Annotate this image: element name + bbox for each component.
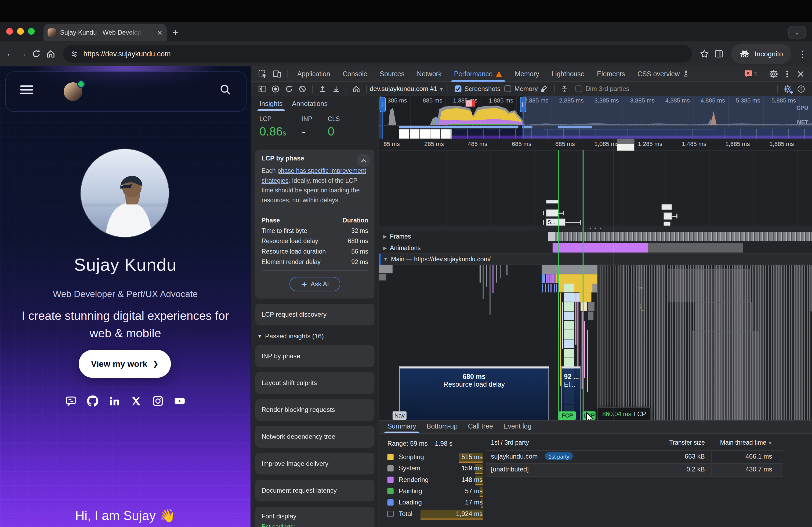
linkedin-icon[interactable] — [109, 395, 120, 407]
github-icon[interactable] — [87, 395, 98, 407]
animation-bar-gray[interactable] — [648, 243, 743, 253]
tab-annotations[interactable]: Annotations — [292, 100, 327, 111]
tab-network[interactable]: Network — [410, 66, 448, 81]
home-icon[interactable] — [46, 49, 56, 59]
profile-selector[interactable]: dev.sujaykundu.com #1 ▼ — [370, 85, 444, 92]
selection-handle-left[interactable]: ∥ — [380, 97, 386, 112]
reading-list-icon[interactable] — [714, 49, 724, 59]
close-window-button[interactable] — [6, 28, 13, 35]
devtools-close-icon[interactable] — [796, 69, 805, 78]
inp-value[interactable]: - — [302, 125, 312, 139]
help-icon[interactable]: ? — [797, 85, 805, 93]
menu-icon[interactable] — [20, 84, 33, 96]
passed-insights-header[interactable]: ▼Passed insights (16) — [258, 333, 379, 340]
upload-profile-icon[interactable] — [318, 85, 327, 93]
zoom-window-button[interactable] — [28, 28, 35, 35]
minimize-window-button[interactable] — [17, 28, 24, 35]
memory-checkbox[interactable] — [505, 85, 511, 92]
record-reload-icon[interactable] — [285, 85, 293, 93]
youtube-icon[interactable] — [174, 395, 185, 407]
download-profile-icon[interactable] — [332, 85, 340, 93]
tab-performance[interactable]: Performance — [448, 66, 509, 81]
insight-font-display[interactable]: Font displayEst savings: – — [255, 507, 375, 527]
screenshots-checkbox[interactable] — [454, 85, 461, 92]
network-request[interactable] — [546, 200, 559, 204]
clear-icon[interactable] — [298, 85, 307, 93]
insight-render-blocking-requests[interactable]: Render blocking requests — [255, 399, 375, 421]
browser-menu-icon[interactable]: ⋮ — [796, 48, 809, 59]
network-request[interactable] — [546, 209, 559, 217]
toggle-sidebar-icon[interactable] — [258, 85, 266, 93]
network-request[interactable]: 5... — [546, 219, 566, 226]
reload-icon[interactable] — [32, 49, 41, 59]
record-icon[interactable] — [272, 85, 280, 93]
tab-search-button[interactable]: ⌄ — [788, 26, 806, 39]
main-thread-track-header[interactable]: ▼Main — https://dev.sujaykundu.com/ — [379, 254, 812, 265]
address-bar[interactable]: https://dev.sujaykundu.com — [63, 45, 692, 63]
transfer-header[interactable]: Transfer size — [632, 439, 705, 446]
search-icon[interactable] — [219, 84, 231, 96]
insight-network-dependency-tree[interactable]: Network dependency tree — [255, 426, 375, 448]
site-settings-icon[interactable] — [70, 50, 78, 58]
insight-improve-image-delivery[interactable]: Improve image delivery — [255, 453, 375, 475]
dim-3rd-parties-label[interactable]: Dim 3rd parties — [585, 85, 629, 92]
device-toolbar-icon[interactable] — [272, 69, 282, 78]
lcp-value[interactable]: 0.86s — [259, 125, 286, 139]
tab-summary[interactable]: Summary — [384, 422, 419, 433]
tab-sources[interactable]: Sources — [374, 66, 410, 81]
console-error-icon[interactable] — [744, 70, 752, 77]
inspect-element-icon[interactable] — [258, 69, 267, 78]
tab-call-tree[interactable]: Call tree — [465, 422, 496, 433]
lcp-by-phase-card[interactable]: LCP by phase Each phase has specific imp… — [255, 149, 375, 298]
devtools-menu-icon[interactable] — [784, 69, 791, 78]
insight-inp-by-phase[interactable]: INP by phase — [255, 345, 375, 367]
tab-css-overview[interactable]: CSS overview — [631, 66, 695, 81]
tab-lighthouse[interactable]: Lighthouse — [545, 66, 591, 81]
tab-application[interactable]: Application — [291, 66, 336, 81]
main-thread-header[interactable]: Main thread time ▼ — [705, 439, 772, 446]
party-header[interactable]: 1st / 3rd party — [491, 439, 529, 446]
tab-elements[interactable]: Elements — [591, 66, 631, 81]
timeline-tracks[interactable]: 5... 4... I... 8... • • • ▶Frames — [379, 150, 812, 420]
forward-icon[interactable]: → — [17, 48, 29, 59]
insight-layout-shift-culprits[interactable]: Layout shift culprits — [255, 372, 375, 394]
insight-lcp-request-discovery[interactable]: LCP request discovery — [255, 304, 375, 326]
bookmark-star-icon[interactable] — [700, 49, 709, 59]
collapse-tracks-icon[interactable] — [561, 85, 569, 93]
selection-handle-right[interactable]: ∥ — [520, 97, 526, 112]
browser-tab[interactable]: Sujay Kundu - Web Developer ✕ — [44, 24, 167, 42]
tab-close-icon[interactable]: ✕ — [157, 29, 163, 36]
tab-console[interactable]: Console — [336, 66, 374, 81]
timeline-ruler[interactable]: 85 ms 285 ms 485 ms 685 ms 885 ms 1,085 … — [379, 139, 812, 151]
new-tab-button[interactable]: + — [172, 27, 178, 37]
network-request[interactable] — [664, 212, 672, 220]
view-work-button[interactable]: View my work❯ — [79, 350, 171, 378]
chat-icon[interactable] — [65, 395, 76, 407]
timeline-overview[interactable]: 385 ms 885 ms 1,385 ms 1,885 ms 2,385 ms… — [379, 96, 812, 139]
tab-bottom-up[interactable]: Bottom-up — [423, 422, 461, 433]
nav-marker[interactable]: Nav — [393, 411, 407, 420]
tab-memory[interactable]: Memory — [509, 66, 545, 81]
x-twitter-icon[interactable] — [130, 395, 142, 407]
party-row[interactable]: [unattributed] 0.2 kB 430.7 ms — [486, 464, 783, 476]
instagram-icon[interactable] — [152, 395, 163, 407]
tab-event-log[interactable]: Event log — [500, 422, 535, 433]
cls-value[interactable]: 0 — [328, 125, 340, 139]
tab-insights[interactable]: Insights — [259, 100, 282, 111]
party-row[interactable]: sujaykundu.com 1st party 663 kB 466.1 ms — [486, 451, 783, 463]
settings-gear-icon[interactable] — [769, 69, 779, 78]
fcp-marker-badge[interactable]: FCP — [559, 411, 576, 420]
back-icon[interactable]: ← — [4, 48, 16, 59]
ask-ai-button[interactable]: Ask AI — [289, 277, 340, 291]
gc-brush-icon[interactable] — [540, 85, 549, 93]
network-request[interactable] — [661, 204, 672, 210]
dim-3rd-parties-checkbox[interactable] — [576, 85, 582, 92]
memory-label[interactable]: Memory — [514, 85, 538, 92]
animation-bar[interactable] — [553, 243, 648, 253]
toolbar-home-icon[interactable] — [352, 85, 360, 93]
screenshots-label[interactable]: Screenshots — [465, 85, 501, 92]
collapse-chevron-icon[interactable] — [357, 154, 370, 167]
insight-document-request-latency[interactable]: Document request latency — [255, 480, 375, 501]
perf-settings-gear-icon[interactable] — [784, 85, 792, 93]
flame-scrollbar[interactable] — [810, 265, 812, 312]
